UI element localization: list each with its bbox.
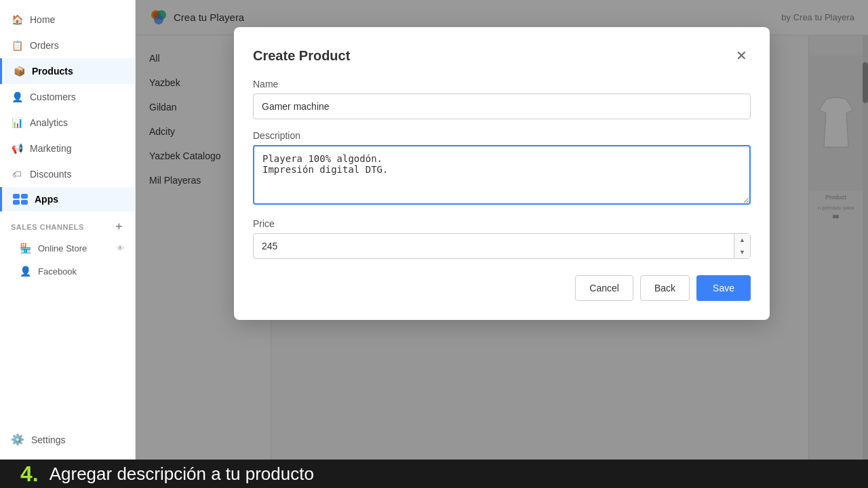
create-product-modal: Create Product ✕ Name Description Price xyxy=(234,27,770,320)
cancel-button[interactable]: Cancel xyxy=(575,275,633,301)
online-store-icon: 🏪 xyxy=(19,242,31,254)
main-content: Crea tu Playera by Crea tu Playera All Y… xyxy=(136,0,868,460)
name-field-group: Name xyxy=(253,79,751,119)
products-icon: 📦 xyxy=(13,65,25,77)
sales-channels-label: SALES CHANNELS ＋ xyxy=(0,211,135,237)
sidebar-item-online-store[interactable]: 🏪 Online Store 👁 xyxy=(0,237,135,260)
sidebar-item-discounts[interactable]: 🏷 Discounts xyxy=(0,161,135,187)
step-number: 4. xyxy=(20,462,39,487)
sidebar-item-settings[interactable]: ⚙️ Settings xyxy=(0,426,135,453)
price-decrement-button[interactable]: ▼ xyxy=(734,246,750,258)
sidebar-item-apps[interactable]: Apps xyxy=(0,187,135,211)
save-button[interactable]: Save xyxy=(696,275,751,301)
name-label: Name xyxy=(253,79,751,89)
facebook-icon: 👤 xyxy=(19,265,31,277)
sidebar-item-facebook[interactable]: 👤 Facebook xyxy=(0,260,135,283)
back-button[interactable]: Back xyxy=(640,275,690,301)
customers-icon: 👤 xyxy=(11,91,23,103)
modal-footer: Cancel Back Save xyxy=(253,275,751,301)
settings-icon: ⚙️ xyxy=(11,433,24,446)
home-icon: 🏠 xyxy=(11,14,23,26)
price-spinners: ▲ ▼ xyxy=(734,234,750,258)
sidebar-item-analytics[interactable]: 📊 Analytics xyxy=(0,110,135,136)
name-input[interactable] xyxy=(253,94,751,119)
bottom-bar: 4. Agregar descripción a tu producto xyxy=(0,460,868,488)
eye-icon: 👁 xyxy=(117,244,124,252)
modal-header: Create Product ✕ xyxy=(253,46,751,65)
description-textarea[interactable] xyxy=(253,145,751,205)
sidebar-item-orders[interactable]: 📋 Orders xyxy=(0,33,135,58)
price-input-wrapper: ▲ ▼ xyxy=(253,233,751,259)
description-label: Description xyxy=(253,130,751,141)
modal-close-button[interactable]: ✕ xyxy=(732,46,751,65)
discounts-icon: 🏷 xyxy=(11,168,23,180)
sidebar-item-products[interactable]: 📦 Products xyxy=(0,58,135,84)
step-text: Agregar descripción a tu producto xyxy=(50,464,314,485)
price-input[interactable] xyxy=(253,233,751,259)
price-label: Price xyxy=(253,218,751,229)
analytics-icon: 📊 xyxy=(11,117,23,129)
sidebar: 🏠 Home 📋 Orders 📦 Products 👤 Customers 📊… xyxy=(0,0,136,460)
sidebar-item-marketing[interactable]: 📢 Marketing xyxy=(0,136,135,161)
modal-overlay: Create Product ✕ Name Description Price xyxy=(136,0,868,460)
marketing-icon: 📢 xyxy=(11,142,23,155)
apps-icon xyxy=(13,194,28,205)
orders-icon: 📋 xyxy=(11,39,23,52)
price-increment-button[interactable]: ▲ xyxy=(734,234,750,246)
sidebar-item-customers[interactable]: 👤 Customers xyxy=(0,84,135,110)
description-field-group: Description xyxy=(253,130,751,207)
sidebar-item-home[interactable]: 🏠 Home xyxy=(0,7,135,33)
add-sales-channel-icon[interactable]: ＋ xyxy=(113,220,125,234)
price-field-group: Price ▲ ▼ xyxy=(253,218,751,259)
modal-title: Create Product xyxy=(253,48,350,64)
